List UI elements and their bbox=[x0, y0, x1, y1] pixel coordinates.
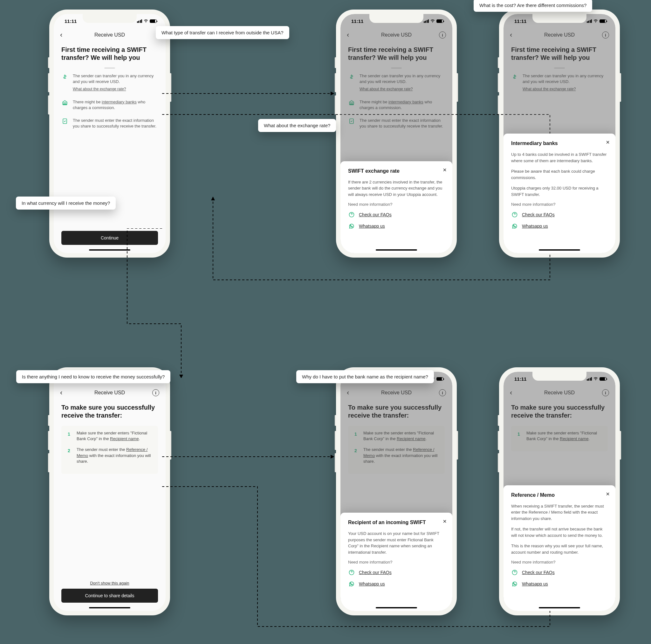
whatsapp-link[interactable]: Whatsapp us bbox=[511, 580, 608, 587]
link-recipient-name[interactable]: Recipient name bbox=[110, 436, 138, 441]
faq-link[interactable]: Check our FAQs bbox=[511, 211, 608, 218]
item-exact-text: The sender must enter the exact informat… bbox=[73, 118, 158, 129]
info-item-exact: The sender must enter the exact informat… bbox=[61, 118, 158, 129]
close-icon[interactable]: × bbox=[606, 139, 610, 146]
faq-link[interactable]: Check our FAQs bbox=[348, 569, 445, 576]
dollar-icon bbox=[61, 73, 68, 80]
continue-button[interactable]: Continue bbox=[61, 231, 158, 245]
whatsapp-link[interactable]: Whatsapp us bbox=[348, 580, 445, 587]
sheet-recipient: × Recipient of an incoming SWIFT Your US… bbox=[340, 513, 452, 611]
svg-marker-3 bbox=[211, 197, 215, 200]
callout-transfer-type: What type of transfer can I receive from… bbox=[156, 26, 289, 39]
whatsapp-link[interactable]: Whatsapp us bbox=[511, 223, 608, 230]
faq-link[interactable]: Check our FAQs bbox=[348, 211, 445, 218]
phone-exchange-sheet: 11:11 ‹Receive USDi First time receiving… bbox=[336, 9, 457, 258]
page-title: First time receiving a SWIFT transfer? W… bbox=[61, 46, 158, 62]
back-icon[interactable]: ‹ bbox=[60, 389, 62, 397]
callout-receive-tips: Is there anything I need to know to rece… bbox=[16, 370, 170, 383]
sheet-memo: × Reference / Memo When receiving a SWIF… bbox=[503, 485, 615, 611]
continue-share-button[interactable]: Continue to share details bbox=[61, 589, 158, 603]
sheet-title: Reference / Memo bbox=[511, 492, 608, 498]
item-currency-text: The sender can transfer you in any curre… bbox=[73, 74, 154, 84]
sheet-intermediary-banks: × Intermediary banks Up to 4 banks could… bbox=[503, 134, 615, 253]
sheet-exchange-rate: × SWIFT exchange rate If there are 2 cur… bbox=[340, 161, 452, 254]
bank-icon bbox=[61, 99, 68, 106]
faq-link[interactable]: Check our FAQs bbox=[511, 569, 608, 576]
link-exchange-rate[interactable]: What about the exchange rate? bbox=[73, 87, 126, 92]
wifi-icon bbox=[143, 19, 149, 23]
info-icon[interactable]: i bbox=[439, 31, 446, 38]
link-intermediary-banks[interactable]: intermediary banks bbox=[102, 99, 137, 104]
sheet-title: Intermediary banks bbox=[511, 141, 608, 146]
phone-banks-sheet: 11:11 ‹Receive USDi First time receiving… bbox=[499, 9, 620, 258]
status-time: 11:11 bbox=[65, 19, 76, 24]
info-item-currency: The sender can transfer you in any curre… bbox=[61, 73, 158, 92]
sheet-body: If there are 2 currencies involved in th… bbox=[348, 179, 445, 198]
svg-marker-4 bbox=[179, 375, 183, 378]
dont-show-link[interactable]: Don't show this again bbox=[54, 581, 165, 585]
svg-rect-9 bbox=[350, 119, 353, 123]
tip-2: 2 The sender must enter the Reference / … bbox=[66, 447, 154, 464]
signal-icon bbox=[137, 20, 143, 23]
tips-card: 1 Make sure the sender enters "Fictional… bbox=[61, 426, 158, 474]
back-icon[interactable]: ‹ bbox=[60, 31, 62, 39]
document-check-icon bbox=[61, 118, 68, 125]
sheet-title: SWIFT exchange rate bbox=[348, 168, 445, 174]
home-indicator bbox=[89, 249, 130, 251]
whatsapp-link[interactable]: Whatsapp us bbox=[348, 223, 445, 230]
nav-bar: ‹ Receive USD bbox=[54, 28, 165, 42]
close-icon[interactable]: × bbox=[606, 490, 610, 498]
more-info-label: Need more information? bbox=[348, 202, 445, 207]
phone-memo-sheet: 11:11 ‹Receive USDi To make sure you suc… bbox=[499, 367, 620, 615]
svg-marker-6 bbox=[331, 455, 334, 459]
close-icon[interactable]: × bbox=[443, 518, 446, 525]
callout-rate: What about the exchange rate? bbox=[258, 119, 336, 132]
tips-heading: To make sure you successfully receive th… bbox=[61, 404, 158, 419]
phone-intro: 11:11 ‹ Receive USD First time receiving… bbox=[49, 9, 170, 258]
help-icon bbox=[348, 211, 355, 218]
phone-tips: 11:11 ‹Receive USDi To make sure you suc… bbox=[49, 367, 170, 615]
phone-recipient-sheet: 11:11 ‹Receive USDi To make sure you suc… bbox=[336, 367, 457, 615]
sheet-title: Recipient of an incoming SWIFT bbox=[348, 520, 445, 525]
callout-bank-name: Why do I have to put the bank name as th… bbox=[296, 370, 434, 383]
nav-title: Receive USD bbox=[94, 32, 125, 38]
close-icon[interactable]: × bbox=[443, 166, 446, 174]
info-item-banks: There might be intermediary banks who ch… bbox=[61, 99, 158, 111]
callout-currency: In what currency will I receive the mone… bbox=[16, 197, 116, 210]
whatsapp-icon bbox=[348, 223, 355, 230]
battery-icon bbox=[150, 20, 157, 23]
tip-1: 1 Make sure the sender enters "Fictional… bbox=[66, 430, 154, 442]
callout-cost: What is the cost? Are there different co… bbox=[474, 0, 592, 12]
info-icon[interactable]: i bbox=[152, 389, 159, 396]
svg-marker-1 bbox=[331, 92, 334, 95]
